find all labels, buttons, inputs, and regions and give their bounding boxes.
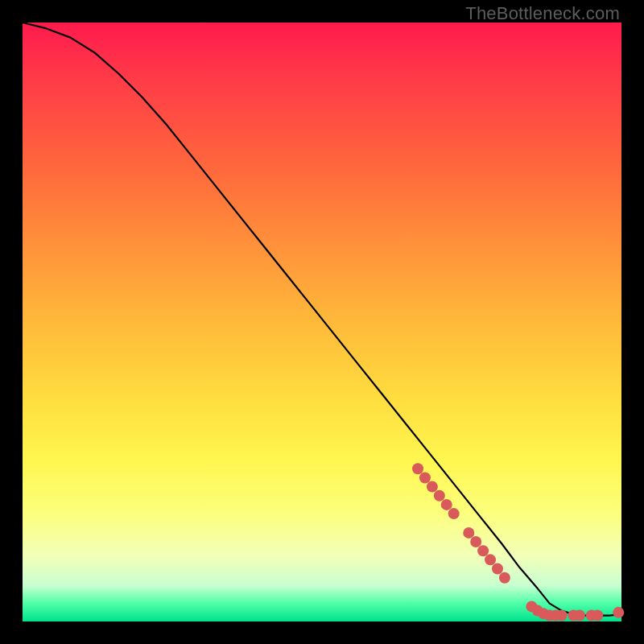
curve-layer [23,23,621,616]
marker-layer [412,463,624,621]
data-point [574,610,585,621]
chart-svg [23,23,621,621]
chart-frame: TheBottleneck.com [0,0,644,644]
curve-path [23,23,621,616]
plot-area [23,23,621,621]
data-point [427,481,438,493]
data-point [448,508,460,519]
data-point [463,527,474,539]
data-point [477,545,489,556]
data-point [556,610,568,621]
data-point [499,572,510,584]
watermark-text: TheBottleneck.com [465,3,620,24]
data-point [470,536,481,547]
data-point [485,554,496,565]
data-point [412,463,423,474]
data-point [441,499,452,510]
data-point [613,607,624,618]
data-point [434,490,445,502]
data-point [419,472,431,483]
data-point [592,610,603,621]
data-point [492,564,503,575]
